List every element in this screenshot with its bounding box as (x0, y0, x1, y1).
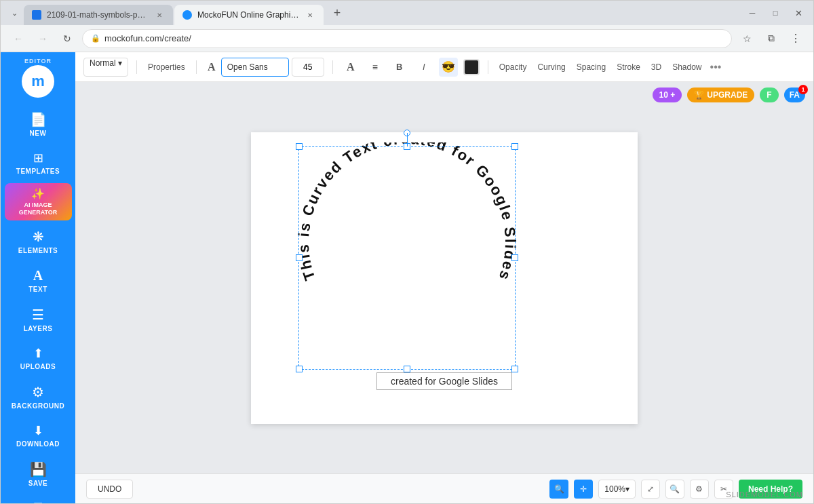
tab-menu-btn[interactable]: ⌄ (6, 9, 22, 18)
font-controls: A Open Sans 45 (205, 58, 324, 77)
upgrade-icon: 🏆 (694, 90, 704, 100)
sidebar-item-new[interactable]: 📄 NEW (1, 106, 75, 142)
save-icon: 💾 (30, 461, 47, 478)
url-text: mockofun.com/create/ (104, 33, 723, 43)
layers-label: LAYERS (24, 325, 53, 332)
font-name-select[interactable]: Open Sans (221, 58, 289, 77)
curved-text-container[interactable]: This is Curved Text created for Google S… (295, 142, 519, 373)
extensions-button[interactable]: ⧉ (762, 29, 781, 48)
sidebar: EDITOR m 📄 NEW ⊞ TEMPLATES ✨ AI IMAGEGEN… (1, 52, 75, 503)
upgrade-button[interactable]: 🏆 UPGRADE (687, 88, 754, 102)
layers-icon: ☰ (32, 307, 44, 323)
10plus-button[interactable]: 10 + (653, 88, 682, 102)
canvas: This is Curved Text created for Google S… (251, 132, 638, 424)
forward-button[interactable]: → (33, 29, 52, 48)
notification-badge: 1 (798, 85, 808, 94)
sidebar-logo: m (22, 65, 54, 98)
close-window-button[interactable]: ✕ (789, 3, 808, 22)
curved-text-svg: This is Curved Text created for Google S… (295, 142, 519, 373)
tab-1[interactable]: 2109-01-math-symbols-power... ✕ (24, 5, 173, 25)
divider-3 (332, 60, 333, 74)
maximize-button[interactable]: □ (766, 3, 785, 22)
sidebar-header: EDITOR m (22, 58, 54, 100)
elements-label: ELEMENTS (18, 247, 58, 254)
sidebar-item-extra[interactable]: ☰ (31, 495, 45, 503)
refresh-button[interactable]: ↻ (58, 29, 77, 48)
text-color-button[interactable]: A (341, 58, 360, 77)
shadow-label: Shadow (670, 62, 704, 72)
tab-2[interactable]: MockoFUN Online Graphic De... ✕ (174, 5, 324, 25)
rotate-handle[interactable] (404, 130, 410, 136)
bold-button[interactable]: B (390, 58, 409, 77)
canvas-wrapper: 10 + 🏆 UPGRADE F FA 1 (75, 82, 813, 473)
zoom-out-button[interactable]: 🔍 (665, 480, 684, 499)
logo-text: m (31, 73, 45, 90)
bottom-bar: UNDO 🔍 ✛ 100%▾ ⤢ 🔍 ⚙ ✂ Need Help? (75, 473, 813, 503)
fa-label: FA (790, 90, 800, 100)
tab1-close[interactable]: ✕ (154, 9, 165, 20)
address-bar[interactable]: 🔒 mockofun.com/create/ (82, 29, 732, 48)
sidebar-item-uploads[interactable]: ⬆ UPLOADS (1, 341, 75, 376)
top-right-buttons: 10 + 🏆 UPGRADE F FA 1 (653, 88, 805, 102)
f-button[interactable]: F (760, 88, 778, 102)
emoji-button[interactable]: 😎 (439, 58, 458, 77)
background-label: BACKGROUND (12, 402, 64, 410)
watermark: SLIDEMODEL.COM (726, 490, 803, 499)
color-picker-button[interactable] (463, 59, 480, 75)
divider-1 (136, 60, 137, 74)
divider-4 (488, 60, 488, 74)
tab-bar: ⌄ 2109-01-math-symbols-power... ✕ MockoF… (1, 1, 813, 25)
zoom-fullscreen-button[interactable]: ⤢ (641, 480, 660, 499)
font-size-input[interactable]: 45 (292, 58, 324, 77)
settings-button[interactable]: ⚙ (690, 480, 709, 499)
background-icon: ⚙ (32, 384, 44, 400)
sidebar-item-templates[interactable]: ⊞ TEMPLATES (1, 145, 75, 180)
svg-text:This is Curved Text created fo: This is Curved Text created for Google S… (295, 142, 519, 284)
ai-label: AI IMAGEGENERATOR (19, 201, 58, 216)
tab1-favicon (32, 10, 41, 20)
divider-2 (196, 60, 197, 74)
fa-button[interactable]: FA 1 (784, 88, 805, 102)
sidebar-bottom: ☰ (31, 495, 45, 503)
3d-label: 3D (648, 62, 664, 72)
curving-label: Curving (535, 62, 568, 72)
more-options-button[interactable]: ••• (710, 61, 722, 73)
lock-icon: 🔒 (91, 34, 100, 43)
menu-button[interactable]: ⋮ (786, 29, 805, 48)
sidebar-item-text[interactable]: A TEXT (1, 263, 75, 298)
tab2-favicon (182, 10, 192, 20)
zoom-expand-button[interactable]: ✛ (574, 480, 593, 499)
sidebar-item-save[interactable]: 💾 SAVE (1, 456, 75, 492)
opacity-label: Opacity (497, 62, 530, 72)
editor-label: EDITOR (24, 58, 52, 64)
sidebar-item-elements[interactable]: ❋ ELEMENTS (1, 223, 75, 260)
italic-button[interactable]: I (414, 58, 433, 77)
elements-icon: ❋ (33, 229, 44, 245)
templates-icon: ⊞ (33, 151, 43, 166)
sidebar-item-background[interactable]: ⚙ BACKGROUND (1, 379, 75, 415)
mode-select[interactable]: Normal ▾ (83, 58, 128, 77)
ai-icon: ✨ (31, 187, 45, 200)
sidebar-item-download[interactable]: ⬇ DOWNLOAD (1, 418, 75, 453)
new-tab-button[interactable]: + (328, 3, 347, 22)
back-button[interactable]: ← (9, 29, 28, 48)
new-icon: 📄 (30, 111, 47, 128)
sidebar-item-layers[interactable]: ☰ LAYERS (1, 301, 75, 338)
bookmark-button[interactable]: ☆ (737, 29, 756, 48)
download-label: DOWNLOAD (16, 440, 60, 448)
text-align-button[interactable]: ≡ (366, 58, 385, 77)
stroke-label: Stroke (614, 62, 643, 72)
zoom-in-button[interactable]: 🔍 (549, 480, 568, 499)
sidebar-item-ai-image[interactable]: ✨ AI IMAGEGENERATOR (5, 183, 72, 220)
new-label: NEW (30, 130, 47, 137)
uploads-label: UPLOADS (20, 363, 56, 370)
text-input-box[interactable]: created for Google Slides (376, 372, 512, 390)
undo-button[interactable]: UNDO (86, 480, 133, 499)
spacing-label: Spacing (574, 62, 608, 72)
templates-label: TEMPLATES (16, 168, 60, 175)
zoom-level-display[interactable]: 100%▾ (598, 480, 636, 499)
tab2-close[interactable]: ✕ (305, 9, 315, 20)
minimize-button[interactable]: ─ (743, 3, 762, 22)
properties-label: Properties (145, 62, 188, 72)
save-label: SAVE (28, 480, 48, 487)
